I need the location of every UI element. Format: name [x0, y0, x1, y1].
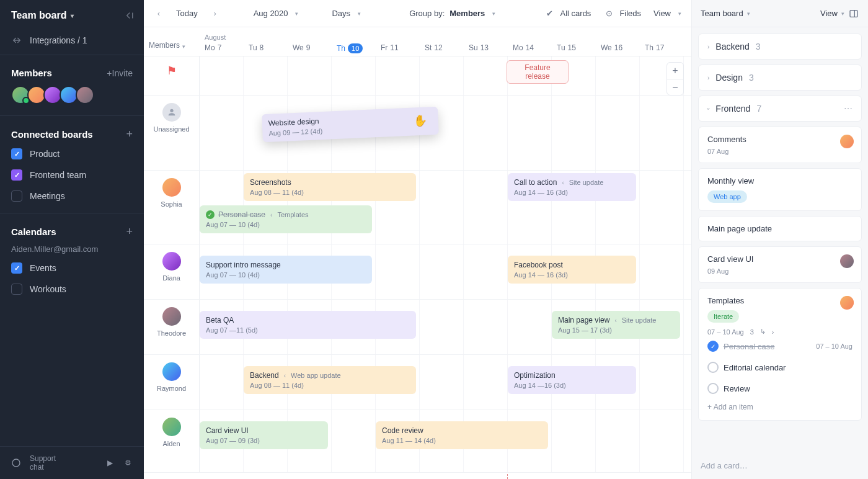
- task-card-website-design[interactable]: Website design Aug 09 — 12 (4d) ✋: [262, 107, 439, 142]
- day-header[interactable]: We 16: [601, 43, 635, 52]
- connected-board-frontend[interactable]: Frontend team: [0, 164, 144, 186]
- checkbox-icon: [11, 262, 22, 274]
- subtask-editorial-calendar[interactable]: Editorial calendar: [707, 357, 852, 378]
- view-picker-toolbar[interactable]: View▾: [653, 9, 681, 18]
- group-backend[interactable]: ›Backend3: [698, 34, 862, 60]
- day-header[interactable]: Mo 14: [513, 43, 547, 52]
- apple-icon[interactable]: [87, 458, 97, 468]
- chevron-down-icon: ▾: [492, 11, 495, 17]
- chat-icon[interactable]: [11, 458, 21, 468]
- task-card-call-to-action[interactable]: Call to action‹Site update Aug 14 — 16 (…: [508, 173, 636, 201]
- task-card-main-page-view[interactable]: Main page view‹Site update Aug 15 — 17 (…: [552, 311, 680, 339]
- task-card-facebook-post[interactable]: Facebook post Aug 14 — 16 (3d): [508, 256, 636, 284]
- group-design[interactable]: ›Design3: [698, 65, 862, 91]
- support-chat-link[interactable]: Support chat: [30, 454, 70, 472]
- card-main-page-update[interactable]: Main page update: [698, 216, 862, 241]
- label: Events: [30, 263, 56, 273]
- expand-subtasks-button[interactable]: ›: [772, 328, 774, 336]
- group-by-picker[interactable]: Group by: Members ▾: [409, 9, 495, 18]
- zoom-out-button[interactable]: −: [667, 79, 683, 95]
- more-options-icon[interactable]: ⋯: [844, 104, 852, 114]
- day-header[interactable]: We 9: [293, 43, 327, 52]
- right-board-switcher[interactable]: Team board▾: [701, 9, 750, 18]
- all-cards-filter[interactable]: ✔All cards: [544, 8, 591, 19]
- svg-rect-2: [850, 10, 857, 17]
- play-store-icon[interactable]: ▶: [105, 458, 115, 468]
- calendar-account-email: Aiden.Miller@gmail.com: [0, 241, 144, 257]
- label: Workouts: [30, 284, 66, 294]
- invite-button[interactable]: +Invite: [107, 68, 133, 78]
- integrations-link[interactable]: Integrations / 1: [0, 29, 144, 52]
- day-header[interactable]: Mo 7: [205, 43, 239, 52]
- settings-gear-icon[interactable]: ⚙: [123, 458, 133, 468]
- member-name: Raymond: [157, 385, 186, 392]
- card-date-range: 07 – 10 Aug: [707, 328, 744, 336]
- subtask-count: 3: [750, 328, 754, 336]
- calendars-title: Calendars: [11, 226, 56, 237]
- add-card-button[interactable]: Add a card…: [692, 456, 868, 479]
- day-header[interactable]: Tu 15: [557, 43, 591, 52]
- avatar[interactable]: [162, 178, 181, 197]
- day-header[interactable]: Th 17: [645, 43, 679, 52]
- next-period-button[interactable]: ›: [210, 9, 220, 18]
- card-comments[interactable]: Comments 07 Aug: [698, 127, 862, 163]
- board-switcher[interactable]: Team board ▾: [11, 10, 74, 21]
- zoom-in-button[interactable]: +: [667, 63, 683, 79]
- member-avatar-stack[interactable]: [0, 82, 144, 113]
- milestone-card[interactable]: Feature release: [507, 60, 569, 84]
- members-column-header[interactable]: Members▾: [144, 27, 200, 56]
- connected-board-product[interactable]: Product: [0, 143, 144, 164]
- add-calendar-button[interactable]: +: [126, 226, 133, 237]
- unchecked-circle-icon: [707, 383, 719, 394]
- card-title: Main page update: [707, 224, 852, 233]
- card-card-view-ui[interactable]: Card view UI 09 Aug: [698, 246, 862, 283]
- add-subtask-button[interactable]: + Add an item: [707, 399, 852, 413]
- chevron-left-icon: ‹: [270, 212, 272, 218]
- fields-toggle[interactable]: ⊙Fileds: [603, 8, 641, 19]
- panel-layout-icon[interactable]: [848, 8, 859, 19]
- task-card-personal-case[interactable]: ✓Personal case‹Templates Aug 07 — 10 (4d…: [200, 205, 372, 233]
- checkbox-icon: [11, 148, 22, 159]
- right-view-picker[interactable]: View▾: [820, 9, 844, 18]
- card-templates[interactable]: Templates Iterate 07 – 10 Aug 3 ↳ › Pers…: [698, 288, 862, 421]
- group-frontend[interactable]: ›Frontend7⋯: [698, 96, 862, 122]
- scale-picker[interactable]: Days▾: [332, 9, 361, 18]
- timeline-main: ‹ Today › Aug 2020▾ Days▾ Group by: Memb…: [144, 0, 692, 479]
- subtask-review[interactable]: Review: [707, 378, 852, 399]
- collapse-sidebar-icon[interactable]: [122, 9, 135, 22]
- add-connected-board-button[interactable]: +: [126, 128, 133, 140]
- day-header[interactable]: Su 13: [469, 43, 503, 52]
- row-diana: Diana Support intro message Aug 07 — 10 …: [144, 244, 691, 300]
- task-card-screenshots[interactable]: Screenshots Aug 08 — 11 (4d): [244, 173, 416, 201]
- check-circle-icon: ✔: [544, 8, 556, 19]
- task-card-support-intro[interactable]: Support intro message Aug 07 — 10 (4d): [200, 256, 372, 284]
- month-picker[interactable]: Aug 2020▾: [254, 9, 299, 18]
- today-button[interactable]: Today: [176, 9, 198, 18]
- member-name: Aiden: [162, 440, 180, 447]
- day-header-today[interactable]: Th 10: [337, 43, 371, 53]
- task-card-code-review[interactable]: Code review Aug 11 — 14 (4d): [376, 421, 548, 449]
- task-card-beta-qa[interactable]: Beta QA Aug 07 —11 (5d): [200, 311, 416, 339]
- avatar[interactable]: [162, 307, 181, 326]
- chevron-down-icon: ▾: [182, 43, 185, 50]
- subtask-personal-case[interactable]: Personal case07 – 10 Aug: [707, 336, 852, 357]
- connected-board-meetings[interactable]: Meetings: [0, 186, 144, 207]
- member-name: Diana: [162, 274, 180, 282]
- day-header[interactable]: Fr 11: [381, 43, 415, 52]
- avatar[interactable]: [162, 362, 181, 381]
- card-monthly-view[interactable]: Monthly view Web app: [698, 168, 862, 211]
- prev-period-button[interactable]: ‹: [154, 9, 164, 18]
- task-card-card-view-ui[interactable]: Card view UI Aug 07 — 09 (3d): [200, 421, 328, 449]
- avatar[interactable]: [162, 418, 181, 436]
- chevron-right-icon: ›: [707, 74, 709, 81]
- day-header[interactable]: Tu 8: [249, 43, 283, 52]
- calendar-workouts[interactable]: Workouts: [0, 279, 144, 300]
- day-header[interactable]: St 12: [425, 43, 459, 52]
- avatar[interactable]: [76, 86, 94, 104]
- task-card-backend[interactable]: Backend‹Web app update Aug 08 — 11 (4d): [244, 366, 416, 394]
- task-card-optimization[interactable]: Optimization Aug 14 —16 (3d): [508, 366, 636, 394]
- sidebar-footer: Support chat ▶ ⚙: [0, 446, 144, 479]
- timeline-body[interactable]: ⚑ Feature release Unassigned Website: [144, 56, 691, 479]
- calendar-events[interactable]: Events: [0, 257, 144, 279]
- avatar[interactable]: [162, 252, 181, 271]
